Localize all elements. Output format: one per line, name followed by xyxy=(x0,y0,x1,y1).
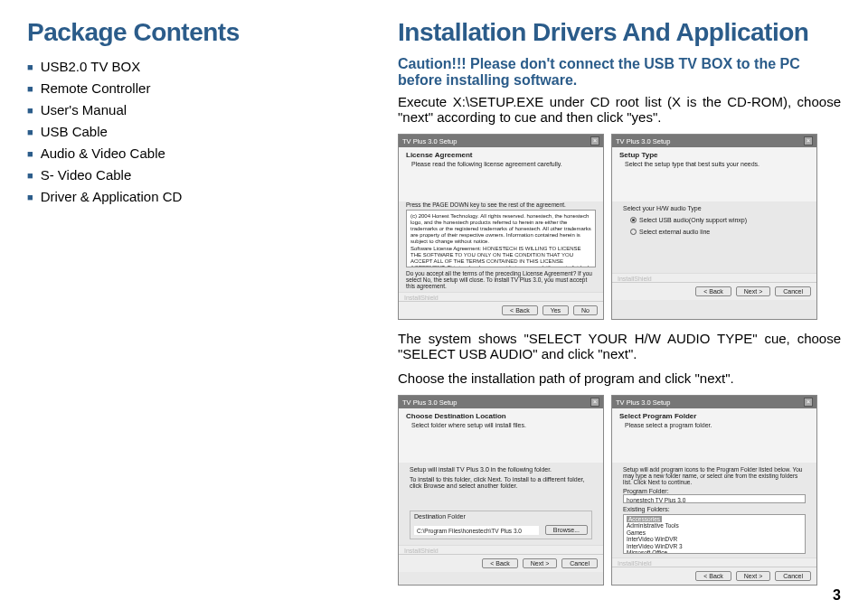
setup-type-heading: Setup Type xyxy=(619,151,809,159)
close-icon[interactable]: × xyxy=(804,136,813,145)
back-button[interactable]: < Back xyxy=(695,286,731,296)
license-text[interactable]: (c) 2004 Honest Technology. All rights r… xyxy=(406,210,596,267)
dialog-title: TV Plus 3.0 Setup xyxy=(616,398,670,407)
list-item[interactable]: Accessories xyxy=(627,516,662,522)
list-item[interactable]: InterVideo WinDVR 3 xyxy=(627,543,802,549)
step1-text: Execute X:\SETUP.EXE under CD root list … xyxy=(398,94,841,125)
accept-prompt: Do you accept all the terms of the prece… xyxy=(406,270,596,289)
page-number: 3 xyxy=(833,587,841,604)
dest-line1: Setup will install TV Plus 3.0 in the fo… xyxy=(410,466,592,473)
list-item: Audio & Video Cable xyxy=(27,143,353,164)
heading-installation: Installation Drivers And Application xyxy=(398,18,841,47)
list-item: USB Cable xyxy=(27,121,353,143)
folder-heading: Select Program Folder xyxy=(619,412,809,420)
list-item[interactable]: Microsoft Office xyxy=(627,549,802,554)
radio-usb-audio[interactable]: Select USB audio(Only support winxp) xyxy=(630,217,806,223)
close-icon[interactable]: × xyxy=(590,398,599,407)
titlebar: TV Plus 3.0 Setup × xyxy=(399,396,603,408)
back-button[interactable]: < Back xyxy=(482,558,518,568)
close-icon[interactable]: × xyxy=(804,398,813,407)
license-heading: License Agreement xyxy=(406,151,596,159)
close-icon[interactable]: × xyxy=(590,136,599,145)
back-button[interactable]: < Back xyxy=(502,305,538,315)
installshield-label: InstallShield xyxy=(612,557,816,567)
next-button[interactable]: Next > xyxy=(523,558,557,568)
heading-package-contents: Package Contents xyxy=(27,18,353,47)
license-p1: (c) 2004 Honest Technology. All rights r… xyxy=(410,213,591,244)
license-p2: Software License Agreement: HONESTECH IS… xyxy=(410,246,591,267)
browse-button[interactable]: Browse... xyxy=(545,525,588,535)
titlebar: TV Plus 3.0 Setup × xyxy=(399,135,603,147)
dialog-audio-type: TV Plus 3.0 Setup × Setup Type Select th… xyxy=(611,134,817,320)
program-folder-label: Program Folder: xyxy=(623,488,806,494)
cancel-button[interactable]: Cancel xyxy=(775,286,811,296)
dialog-destination: TV Plus 3.0 Setup × Choose Destination L… xyxy=(398,395,604,586)
dest-heading: Choose Destination Location xyxy=(406,412,596,420)
list-item[interactable]: Administrative Tools xyxy=(627,522,802,529)
folder-sub: Please select a program folder. xyxy=(625,422,809,428)
dest-sub: Select folder where setup will install f… xyxy=(411,422,596,428)
list-item: USB2.0 TV BOX xyxy=(27,56,353,78)
folder-line1: Setup will add program icons to the Prog… xyxy=(623,466,806,485)
no-button[interactable]: No xyxy=(573,305,598,315)
next-button[interactable]: Next > xyxy=(736,286,770,296)
list-item: User's Manual xyxy=(27,99,353,121)
list-item[interactable]: Games xyxy=(627,529,802,536)
dialog-program-folder: TV Plus 3.0 Setup × Select Program Folde… xyxy=(611,395,817,586)
titlebar: TV Plus 3.0 Setup × xyxy=(612,396,816,408)
installshield-label: InstallShield xyxy=(399,292,603,301)
yes-button[interactable]: Yes xyxy=(542,305,569,315)
titlebar: TV Plus 3.0 Setup × xyxy=(612,135,816,147)
program-folder-input[interactable]: honestech TV Plus 3.0 xyxy=(623,494,806,503)
list-item: S- Video Cable xyxy=(27,164,353,186)
list-item: Remote Controller xyxy=(27,78,353,99)
radio-dot-icon xyxy=(630,229,637,235)
back-button[interactable]: < Back xyxy=(695,571,731,581)
radio-label: Select external audio line xyxy=(639,229,710,235)
installshield-label: InstallShield xyxy=(399,545,603,554)
setup-type-sub: Select the setup type that best suits yo… xyxy=(625,161,809,167)
radio-dot-icon xyxy=(630,217,637,223)
dialog-title: TV Plus 3.0 Setup xyxy=(402,137,457,145)
pagedown-hint: Press the PAGE DOWN key to see the rest … xyxy=(406,201,596,208)
cancel-button[interactable]: Cancel xyxy=(775,571,811,581)
caution-text: Caution!!! Please don't connect the USB … xyxy=(398,56,841,89)
existing-folders-label: Existing Folders: xyxy=(623,506,806,512)
dest-folder-label: Destination Folder xyxy=(414,513,588,520)
existing-folders-list[interactable]: Accessories Administrative Tools Games I… xyxy=(623,514,806,554)
radio-label: Select USB audio(Only support winxp) xyxy=(639,217,747,223)
radio-external-audio[interactable]: Select external audio line xyxy=(630,229,806,235)
dialog-title: TV Plus 3.0 Setup xyxy=(616,137,670,145)
step2-text: The system shows "SELECT YOUR H/W AUDIO … xyxy=(398,331,841,361)
list-item: Driver & Application CD xyxy=(27,186,353,208)
next-button[interactable]: Next > xyxy=(736,571,770,581)
list-item[interactable]: InterVideo WinDVR xyxy=(627,536,802,542)
cancel-button[interactable]: Cancel xyxy=(561,558,598,568)
dest-path: C:\Program Files\honestech\TV Plus 3.0 xyxy=(414,526,539,535)
installshield-label: InstallShield xyxy=(612,273,816,282)
dialog-title: TV Plus 3.0 Setup xyxy=(402,398,457,407)
package-list: USB2.0 TV BOX Remote Controller User's M… xyxy=(27,56,353,208)
step3-text: Choose the installation path of program … xyxy=(398,370,841,386)
license-sub: Please read the following license agreem… xyxy=(411,161,596,167)
audio-prompt: Select your H/W audio Type xyxy=(623,205,806,211)
dialog-license: TV Plus 3.0 Setup × License Agreement Pl… xyxy=(398,134,604,320)
dest-line2: To install to this folder, click Next. T… xyxy=(410,476,592,489)
